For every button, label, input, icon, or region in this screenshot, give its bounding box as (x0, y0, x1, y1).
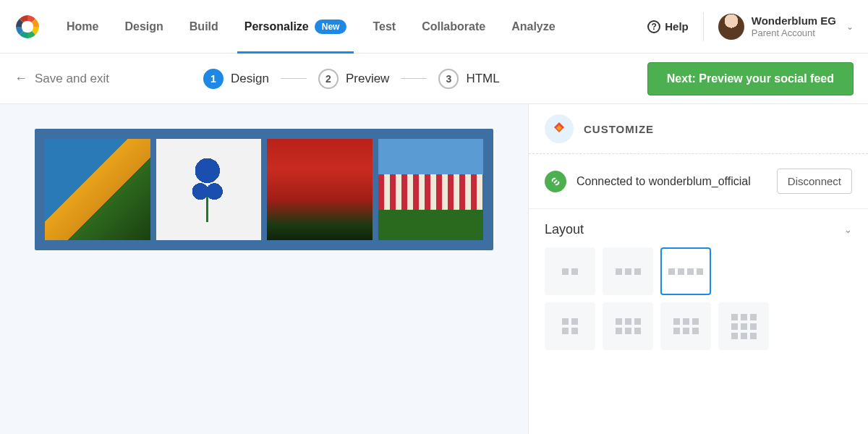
feed-image-2 (156, 139, 262, 240)
step-connector (401, 78, 427, 79)
divider (703, 12, 704, 41)
customize-header: CUSTOMIZE (529, 104, 868, 154)
customize-sidebar: CUSTOMIZE Connected to wonderblum_offici… (528, 104, 868, 434)
step-preview[interactable]: 2 Preview (318, 69, 389, 89)
layout-section: Layout ⌄ (529, 209, 868, 363)
step-design[interactable]: 1 Design (203, 69, 269, 89)
chevron-down-icon: ⌄ (846, 22, 854, 32)
account-sub: Parent Account (752, 27, 836, 39)
layout-option-2x2[interactable] (545, 302, 595, 350)
feed-image-3 (267, 139, 373, 240)
nav-home[interactable]: Home (67, 0, 98, 53)
save-and-exit-button[interactable]: ← Save and exit (14, 71, 109, 86)
link-icon (545, 171, 566, 192)
nav-label: Design (124, 20, 163, 33)
layout-option-3x2[interactable] (603, 302, 653, 350)
nav-label: Home (67, 20, 98, 33)
nav-test[interactable]: Test (373, 0, 396, 53)
chevron-down-icon: ⌄ (844, 224, 852, 235)
nav-items: Home Design Build Personalize New Test C… (67, 0, 556, 53)
step-connector (281, 78, 307, 79)
step-label: HTML (466, 72, 499, 86)
layout-option-3x2-alt[interactable] (660, 302, 711, 350)
connection-row: Connected to wonderblum_official Disconn… (529, 154, 868, 209)
step-html[interactable]: 3 HTML (438, 69, 499, 89)
step-number: 2 (318, 69, 339, 89)
step-bar: ← Save and exit 1 Design 2 Preview 3 HTM… (0, 54, 868, 104)
nav-collaborate[interactable]: Collaborate (422, 0, 485, 53)
account-name: Wonderblum EG (752, 14, 836, 27)
top-nav: Home Design Build Personalize New Test C… (0, 0, 868, 54)
layout-option-2x1[interactable] (545, 247, 595, 295)
nav-build[interactable]: Build (190, 0, 218, 53)
feed-image-1 (45, 139, 150, 240)
wizard-steps: 1 Design 2 Preview 3 HTML (203, 69, 500, 89)
nav-label: Personalize (244, 20, 309, 33)
layout-option-3x3[interactable] (718, 302, 769, 350)
customize-title: CUSTOMIZE (584, 123, 654, 135)
save-exit-label: Save and exit (35, 72, 109, 86)
new-badge: New (315, 20, 347, 34)
nav-label: Test (373, 20, 396, 33)
layout-option-4x1[interactable] (660, 247, 711, 295)
step-number: 1 (203, 69, 224, 89)
nav-personalize[interactable]: Personalize New (244, 0, 347, 53)
nav-design[interactable]: Design (124, 0, 163, 53)
layout-option-3x1[interactable] (603, 247, 653, 295)
preview-canvas (0, 104, 528, 434)
app-logo-icon (14, 14, 41, 40)
connected-text: Connected to wonderblum_official (576, 175, 767, 188)
layout-title: Layout (545, 222, 584, 237)
disconnect-button[interactable]: Disconnect (777, 169, 852, 194)
layout-header[interactable]: Layout ⌄ (545, 222, 852, 237)
nav-label: Analyze (511, 20, 555, 33)
help-icon: ? (647, 20, 660, 33)
nav-label: Collaborate (422, 20, 485, 33)
topnav-right: ? Help Wonderblum EG Parent Account ⌄ (647, 12, 854, 41)
feed-image-4 (378, 139, 484, 240)
help-label: Help (665, 20, 689, 33)
nav-analyze[interactable]: Analyze (511, 0, 555, 53)
help-button[interactable]: ? Help (647, 20, 689, 33)
main-area: CUSTOMIZE Connected to wonderblum_offici… (0, 104, 868, 434)
social-feed-preview (35, 129, 493, 250)
next-button[interactable]: Next: Preview your social feed (647, 62, 854, 95)
step-label: Design (231, 72, 269, 86)
layout-options (545, 247, 852, 350)
step-number: 3 (438, 69, 459, 89)
step-label: Preview (346, 72, 389, 86)
avatar (718, 14, 744, 40)
account-menu[interactable]: Wonderblum EG Parent Account ⌄ (718, 14, 854, 40)
account-text: Wonderblum EG Parent Account (752, 14, 836, 39)
arrow-left-icon: ← (14, 71, 27, 86)
customize-icon (545, 114, 574, 143)
nav-label: Build (190, 20, 218, 33)
